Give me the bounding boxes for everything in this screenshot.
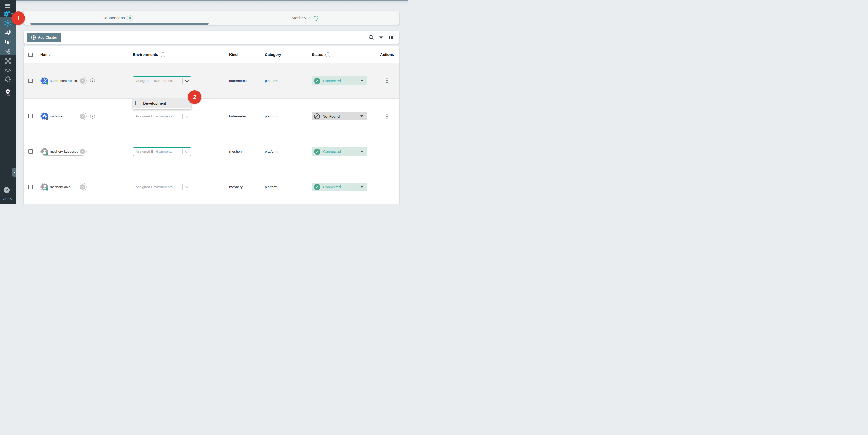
environments-info-icon[interactable]: i xyxy=(160,52,165,57)
status-dropdown-arrow-icon xyxy=(360,115,364,117)
connections-table: Name Environments i Kind Category Status… xyxy=(24,46,399,205)
table-row-meshery-dain-6: meshery-dain-6 ✕ Assigned Environments m… xyxy=(24,169,399,205)
column-header-status[interactable]: Status xyxy=(312,53,323,57)
sidebar: <> xyxy=(0,0,16,205)
status-value: Connected xyxy=(323,150,341,154)
column-header-environments[interactable]: Environments xyxy=(133,53,158,57)
annotation-badge-2: 2 xyxy=(188,90,202,104)
row-checkbox[interactable] xyxy=(28,79,33,83)
option-checkbox[interactable] xyxy=(135,101,140,105)
connection-name: in-cluster xyxy=(50,114,78,118)
sidebar-item-registry-icon[interactable] xyxy=(2,89,13,96)
tab-bar: Connections MeshSync xyxy=(24,11,399,25)
toolbar: Add Cluster xyxy=(24,31,399,44)
kind-value: kubernetes xyxy=(229,79,247,83)
remove-connection-icon[interactable]: ✕ xyxy=(80,114,85,119)
filter-button[interactable] xyxy=(378,34,384,40)
connection-status-dot xyxy=(46,153,49,155)
row-actions-menu-icon[interactable] xyxy=(385,77,389,85)
environments-placeholder: Assigned Environments xyxy=(135,150,182,154)
connection-chip[interactable]: in-cluster ✕ xyxy=(40,112,87,120)
connections-mesh-icon xyxy=(127,15,133,21)
table-header-row: Name Environments i Kind Category Status… xyxy=(24,46,399,63)
dashboard-icon[interactable] xyxy=(2,2,13,10)
environments-dropdown: Development xyxy=(133,98,191,109)
sidebar-item-workspaces-icon[interactable] xyxy=(2,38,13,46)
select-all-checkbox[interactable] xyxy=(28,53,33,57)
meshery-app-window: <> xyxy=(0,0,408,205)
remove-connection-icon[interactable]: ✕ xyxy=(80,78,85,84)
chevron-down-icon[interactable] xyxy=(183,80,191,82)
connection-info-icon[interactable]: i xyxy=(90,114,95,119)
environments-placeholder: Assigned Environments xyxy=(136,79,182,83)
status-value: Connected xyxy=(323,185,341,189)
status-dropdown-arrow-icon xyxy=(360,80,364,82)
column-header-name[interactable]: Name xyxy=(40,53,51,57)
kind-value: meshery xyxy=(229,185,243,189)
column-header-category[interactable]: Category xyxy=(265,53,281,57)
sidebar-item-extensions-icon[interactable] xyxy=(2,57,13,65)
status-select[interactable]: ✓ Connected xyxy=(312,183,367,191)
chevron-down-icon[interactable] xyxy=(183,150,191,153)
connection-status-dot xyxy=(46,188,49,191)
environments-placeholder: Assigned Environments xyxy=(135,185,182,189)
status-select[interactable]: Not Found xyxy=(312,112,367,120)
chevron-down-icon[interactable] xyxy=(183,115,191,118)
help-icon: ? xyxy=(5,188,8,192)
connection-chip[interactable]: meshery-dain-6 ✕ xyxy=(40,183,87,191)
status-select[interactable]: ✓ Connected xyxy=(312,76,367,85)
connection-status-dot xyxy=(46,82,49,85)
sidebar-item-topology-icon[interactable] xyxy=(2,48,13,55)
environment-option-development[interactable]: Development xyxy=(133,98,191,108)
connection-name: meshery-dain-6 xyxy=(50,185,78,189)
tab-meshsync[interactable]: MeshSync xyxy=(212,11,399,25)
environments-select[interactable]: Assigned Environments xyxy=(133,147,191,156)
sidebar-item-mesh-icon[interactable] xyxy=(2,75,13,83)
status-info-icon[interactable]: i xyxy=(326,52,331,57)
sidebar-item-configuration-icon[interactable]: <> xyxy=(2,29,13,36)
meshsync-spinner-icon xyxy=(313,15,319,21)
row-checkbox[interactable] xyxy=(28,149,33,154)
environments-select[interactable]: Assigned Environments xyxy=(133,112,191,120)
table-row-meshery-kubescope: meshery-kubescop… ✕ Assigned Environment… xyxy=(24,134,399,169)
connected-check-icon: ✓ xyxy=(314,149,320,155)
table-row-kubernetes-admin: kubernetes-admin… ✕ i Assigned Environme… xyxy=(24,63,399,99)
kubernetes-icon xyxy=(41,113,48,120)
search-button[interactable] xyxy=(368,34,374,40)
column-header-actions: Actions xyxy=(380,53,394,57)
environments-select[interactable]: Assigned Environments xyxy=(133,183,191,191)
not-found-icon xyxy=(314,114,320,119)
plus-circle-icon xyxy=(31,35,36,40)
row-checkbox[interactable] xyxy=(28,185,33,189)
column-header-kind[interactable]: Kind xyxy=(229,53,238,57)
tab-connections-label: Connections xyxy=(102,15,125,20)
sidebar-expand-button[interactable]: › xyxy=(12,168,16,177)
connection-chip[interactable]: kubernetes-admin… ✕ xyxy=(40,77,87,85)
status-value: Connected xyxy=(323,79,341,83)
columns-icon xyxy=(388,35,394,40)
view-columns-button[interactable] xyxy=(388,34,394,40)
sidebar-item-performance-icon[interactable] xyxy=(2,66,13,74)
category-value: platform xyxy=(265,79,278,83)
status-dropdown-arrow-icon xyxy=(360,151,364,152)
svg-text:<>: <> xyxy=(6,31,8,33)
row-checkbox[interactable] xyxy=(28,114,33,118)
category-value: platform xyxy=(265,114,278,118)
active-tab-indicator xyxy=(30,23,209,25)
tab-connections[interactable]: Connections xyxy=(24,11,212,25)
help-button[interactable]: ? xyxy=(4,187,10,193)
category-value: platform xyxy=(265,185,278,189)
status-value: Not Found xyxy=(323,114,340,118)
row-actions-menu-icon[interactable] xyxy=(385,112,389,120)
environments-select[interactable]: Assigned Environments xyxy=(133,76,191,85)
no-actions-placeholder: - xyxy=(386,150,388,154)
remove-connection-icon[interactable]: ✕ xyxy=(80,149,85,154)
remove-connection-icon[interactable]: ✕ xyxy=(80,184,85,190)
add-cluster-button[interactable]: Add Cluster xyxy=(27,33,61,42)
kind-value: meshery xyxy=(229,150,243,154)
chevron-down-icon[interactable] xyxy=(183,186,191,188)
connection-chip[interactable]: meshery-kubescop… ✕ xyxy=(40,148,87,156)
category-value: platform xyxy=(265,150,278,154)
connection-info-icon[interactable]: i xyxy=(90,78,95,83)
status-select[interactable]: ✓ Connected xyxy=(312,147,367,156)
